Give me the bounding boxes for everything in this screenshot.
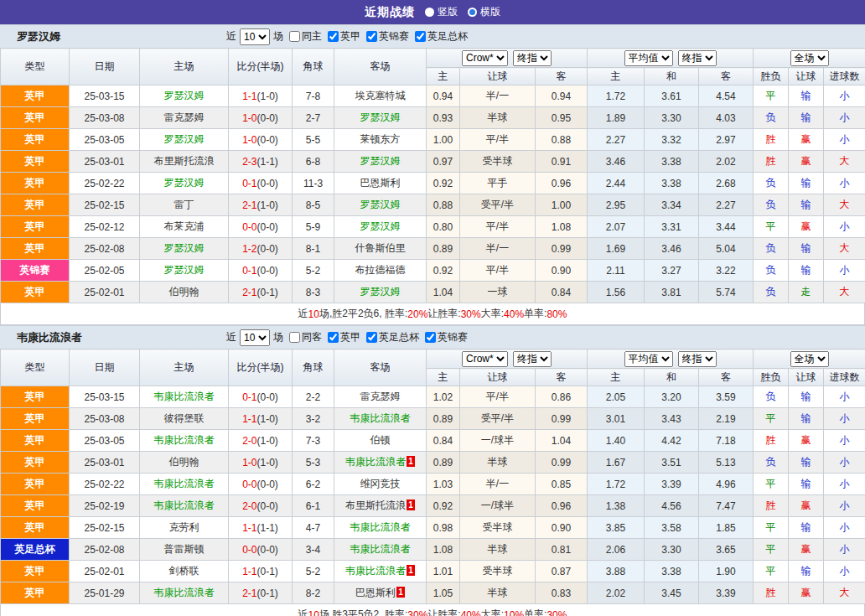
result-scope-select[interactable]: 全场 <box>790 50 829 66</box>
away-team-link[interactable]: 伯顿 <box>334 430 427 452</box>
score-link[interactable]: 1-1(1-0) <box>229 408 293 430</box>
away-team-link[interactable]: 韦康比流浪者 <box>334 517 427 539</box>
score-link[interactable]: 2-3(1-1) <box>229 151 293 173</box>
avg-home-odds: 2.05 <box>588 386 645 408</box>
away-team-link[interactable]: 莱顿东方 <box>334 129 427 151</box>
score-link[interactable]: 2-1(0-1) <box>229 282 293 303</box>
home-team-link[interactable]: 韦康比流浪者 <box>140 582 229 604</box>
away-team-link[interactable]: 布拉德福德 <box>334 260 427 282</box>
crown-away-odds: 0.88 <box>536 129 588 151</box>
average-stage-select[interactable]: 终指 <box>678 50 717 66</box>
score-link[interactable]: 1-0(1-0) <box>229 452 293 474</box>
away-team-link[interactable]: 布里斯托流浪1 <box>334 495 427 517</box>
away-team-link[interactable]: 什鲁斯伯里 <box>334 238 427 260</box>
league-filter-1[interactable]: 英甲 <box>328 29 360 44</box>
bookmaker-select[interactable]: Crow* <box>462 351 508 367</box>
home-team-link[interactable]: 布莱克浦 <box>140 216 229 238</box>
score-link[interactable]: 0-1(0-0) <box>229 260 293 282</box>
score-link[interactable]: 2-1(1-0) <box>229 194 293 216</box>
home-team-link[interactable]: 韦康比流浪者 <box>140 430 229 452</box>
away-team-link[interactable]: 罗瑟汉姆 <box>334 282 427 303</box>
away-team-link[interactable]: 巴恩斯利 <box>334 173 427 194</box>
same-venue-filter[interactable]: 同主 <box>289 29 322 44</box>
away-team-link[interactable]: 韦康比流浪者 <box>334 539 427 561</box>
home-team-link[interactable]: 伯明翰 <box>140 282 229 303</box>
crown-stage-select[interactable]: 终指 <box>513 351 552 367</box>
average-stage-select[interactable]: 终指 <box>678 351 717 367</box>
score-link[interactable]: 0-0(0-0) <box>229 216 293 238</box>
league-checkbox-3[interactable] <box>415 31 426 42</box>
away-team-link[interactable]: 韦康比流浪者1 <box>334 452 427 474</box>
home-team-link[interactable]: 雷克瑟姆 <box>140 107 229 129</box>
home-team-link[interactable]: 罗瑟汉姆 <box>140 238 229 260</box>
home-team-link[interactable]: 罗瑟汉姆 <box>140 260 229 282</box>
away-team-link[interactable]: 罗瑟汉姆 <box>334 194 427 216</box>
home-team-link[interactable]: 雷丁 <box>140 194 229 216</box>
score-link[interactable]: 2-1(0-1) <box>229 582 293 604</box>
same-venue-filter[interactable]: 同客 <box>289 330 322 344</box>
league-filter-2[interactable]: 英锦赛 <box>366 29 409 44</box>
home-team-link[interactable]: 普雷斯顿 <box>140 539 229 561</box>
avg-away-odds: 1.85 <box>699 517 754 539</box>
home-team-link[interactable]: 彼得堡联 <box>140 408 229 430</box>
home-team-link[interactable]: 韦康比流浪者 <box>140 495 229 517</box>
league-checkbox-3[interactable] <box>425 332 436 343</box>
away-team-link[interactable]: 罗瑟汉姆 <box>334 107 427 129</box>
score-link[interactable]: 2-0(0-0) <box>229 495 293 517</box>
away-team-link[interactable]: 埃克塞特城 <box>334 85 427 107</box>
home-team-link[interactable]: 剑桥联 <box>140 561 229 582</box>
recent-count-select[interactable]: 10 <box>240 329 270 346</box>
league-filter-3[interactable]: 英足总杯 <box>415 29 468 44</box>
avg-draw-odds: 4.56 <box>645 495 699 517</box>
away-team-link[interactable]: 罗瑟汉姆 <box>334 151 427 173</box>
score-link[interactable]: 0-1(0-0) <box>229 386 293 408</box>
crown-away-odds: 0.90 <box>536 517 588 539</box>
crown-home-odds: 1.03 <box>427 474 460 495</box>
away-team-link[interactable]: 罗瑟汉姆 <box>334 216 427 238</box>
layout-vertical-option[interactable]: 竖版 <box>425 5 458 19</box>
score-link[interactable]: 1-1(0-1) <box>229 561 293 582</box>
home-team-link[interactable]: 罗瑟汉姆 <box>140 173 229 194</box>
away-team-link[interactable]: 韦康比流浪者 <box>334 408 427 430</box>
recent-count-select[interactable]: 10 <box>240 28 270 45</box>
score-link[interactable]: 0-0(0-0) <box>229 539 293 561</box>
home-team-link[interactable]: 罗瑟汉姆 <box>140 129 229 151</box>
radio-icon-vertical[interactable] <box>425 8 434 17</box>
score-link[interactable]: 0-1(0-0) <box>229 173 293 194</box>
score-link[interactable]: 2-0(1-0) <box>229 430 293 452</box>
home-team-link[interactable]: 韦康比流浪者 <box>140 386 229 408</box>
score-link[interactable]: 0-0(0-0) <box>229 474 293 495</box>
average-odds-select[interactable]: 平均值 <box>624 50 673 66</box>
league-filter-1[interactable]: 英甲 <box>328 330 360 344</box>
away-team-link[interactable]: 维冈竞技 <box>334 474 427 495</box>
home-team-link[interactable]: 罗瑟汉姆 <box>140 85 229 107</box>
league-checkbox-2[interactable] <box>366 31 377 42</box>
score-link[interactable]: 1-1(1-1) <box>229 517 293 539</box>
home-team-link[interactable]: 克劳利 <box>140 517 229 539</box>
league-filter-3[interactable]: 英锦赛 <box>425 330 468 344</box>
result-scope-select[interactable]: 全场 <box>790 351 829 367</box>
radio-icon-horizontal[interactable] <box>468 8 477 17</box>
score-link[interactable]: 1-0(0-0) <box>229 107 293 129</box>
home-team-link[interactable]: 韦康比流浪者 <box>140 474 229 495</box>
away-team-link[interactable]: 巴恩斯利1 <box>334 582 427 604</box>
home-team-link[interactable]: 伯明翰 <box>140 452 229 474</box>
league-checkbox-1[interactable] <box>328 31 339 42</box>
same-venue-checkbox[interactable] <box>289 31 300 42</box>
halftime-score: (1-0) <box>257 435 278 447</box>
score-link[interactable]: 1-1(1-0) <box>229 85 293 107</box>
away-team-link[interactable]: 雷克瑟姆 <box>334 386 427 408</box>
home-team-link[interactable]: 布里斯托流浪 <box>140 151 229 173</box>
score-link[interactable]: 1-2(0-0) <box>229 238 293 260</box>
bookmaker-select[interactable]: Crow* <box>462 50 508 66</box>
same-venue-checkbox[interactable] <box>289 332 300 343</box>
crown-stage-select[interactable]: 终指 <box>513 50 552 66</box>
average-odds-select[interactable]: 平均值 <box>624 351 673 367</box>
layout-horizontal-option[interactable]: 横版 <box>468 5 500 19</box>
score-link[interactable]: 1-0(0-0) <box>229 129 293 151</box>
league-checkbox-1[interactable] <box>328 332 339 343</box>
away-team-link[interactable]: 韦康比流浪者1 <box>334 561 427 582</box>
league-filter-2[interactable]: 英足总杯 <box>366 330 419 344</box>
league-checkbox-2[interactable] <box>366 332 377 343</box>
result-handicap: 赢 <box>789 495 824 517</box>
